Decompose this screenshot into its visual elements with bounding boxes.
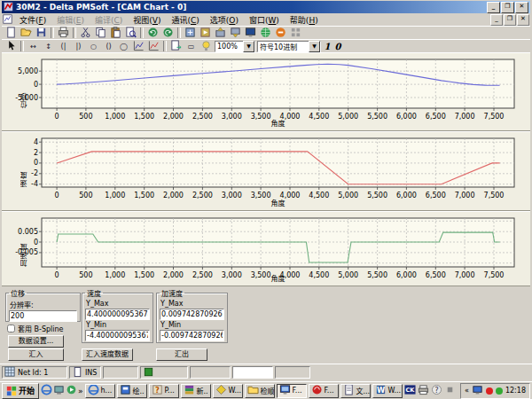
pageout-icon: [170, 40, 182, 53]
save-button[interactable]: [34, 27, 49, 39]
doc-icon: [343, 384, 355, 397]
status-panel-6: [232, 366, 273, 379]
find-icon: [125, 27, 137, 40]
bspline-checkbox[interactable]: [7, 325, 15, 332]
select-pointer-button[interactable]: [4, 40, 19, 52]
desktop-quicklaunch-icon[interactable]: [53, 384, 65, 397]
app-red-icon: [311, 384, 323, 397]
stretch-horizontal-button[interactable]: ↔: [26, 40, 41, 52]
svg-text:W: W: [376, 386, 384, 395]
quick-launch-bar: »: [41, 384, 83, 397]
task-button-6[interactable]: 检顺: [245, 384, 275, 398]
app-blue-icon: [120, 384, 131, 397]
import-velocity-button[interactable]: 汇入速度数据: [82, 348, 133, 361]
zoom-select[interactable]: 100%▼: [215, 41, 255, 52]
measure-button[interactable]: ▭: [184, 40, 199, 52]
tiny-tray-icon[interactable]: [444, 384, 456, 397]
task-button-label: 绘..: [133, 386, 145, 395]
menu-item-5[interactable]: 通讯(C): [166, 13, 204, 27]
printer-tray-icon[interactable]: [418, 384, 429, 397]
data-settings-button[interactable]: 数据设置...: [8, 335, 64, 348]
number-format-select[interactable]: 符号10进制▼: [257, 41, 321, 52]
task-button-1[interactable]: h...: [85, 384, 115, 398]
task-button-label: 新..: [197, 386, 208, 395]
help-tray-icon[interactable]: ?: [431, 384, 442, 397]
mdi-close-button[interactable]: ✕: [517, 14, 529, 26]
menu-item-4[interactable]: 视图(V): [128, 13, 166, 27]
cut-button[interactable]: [78, 27, 93, 39]
print-icon: [58, 27, 69, 40]
acceleration-ymax-input[interactable]: [160, 309, 224, 320]
stretch-vertical-button-glyph: ↕: [45, 43, 51, 51]
task-button-10[interactable]: WW...: [372, 384, 403, 398]
menu-item-8[interactable]: 帮助(H): [285, 13, 324, 27]
velocity-ymax-input[interactable]: [85, 309, 150, 320]
task-button-7[interactable]: F...: [277, 384, 307, 398]
minimize-button[interactable]: _: [487, 2, 500, 13]
task-button-3[interactable]: ?P...: [149, 384, 179, 398]
flash-button[interactable]: [199, 40, 214, 52]
menu-item-6[interactable]: 选项(O): [205, 13, 244, 27]
menu-item-7[interactable]: 窗口(W): [244, 13, 285, 27]
task-button-9[interactable]: 文...: [340, 384, 371, 398]
chevron-down-icon[interactable]: ▼: [243, 41, 254, 52]
toolbar-separator: [20, 41, 24, 51]
task-button-8[interactable]: F...: [309, 384, 339, 398]
stretch-vertical-button[interactable]: ↕: [41, 40, 56, 52]
task-button-2[interactable]: 绘..: [117, 384, 147, 398]
menu-item-2: 编辑(E): [51, 13, 90, 27]
open-button[interactable]: [19, 27, 34, 39]
bspline-row: 套用 B-Spline: [7, 324, 64, 333]
online-button[interactable]: [258, 27, 273, 39]
monitor-button[interactable]: [243, 27, 258, 39]
copy-button[interactable]: [93, 27, 108, 39]
close-button[interactable]: ✕: [515, 2, 528, 13]
ck-tray-icon[interactable]: CK: [404, 384, 416, 397]
restore-button[interactable]: ❐: [501, 2, 514, 13]
start-button[interactable]: 开始: [2, 383, 39, 399]
simulate-button[interactable]: [198, 27, 213, 39]
ellipse-tool-button[interactable]: ◯: [116, 40, 131, 52]
acceleration-ymin-input[interactable]: [160, 330, 224, 341]
compile-button[interactable]: [183, 27, 198, 39]
export-view-button[interactable]: [168, 40, 184, 52]
paren-pair-button[interactable]: (): [101, 40, 116, 52]
number-view-button-0[interactable]: 0: [332, 41, 343, 52]
resolution-input[interactable]: [9, 310, 77, 322]
task-button-5[interactable]: W...: [213, 384, 243, 398]
mdi-restore-button[interactable]: ❐: [504, 14, 516, 26]
menu-item-1[interactable]: 文件(F): [14, 13, 51, 27]
undo-button[interactable]: [145, 27, 160, 39]
grid-button[interactable]: [288, 27, 303, 39]
svg-text:0: 0: [34, 159, 38, 167]
paste-button[interactable]: [108, 27, 123, 39]
upload-button[interactable]: [213, 27, 228, 39]
chart-blue-button[interactable]: [131, 40, 146, 52]
number-view-button-1[interactable]: 1: [322, 41, 332, 52]
chevron-down-icon[interactable]: ▼: [309, 41, 320, 52]
chevron-more-icon[interactable]: »: [78, 387, 83, 395]
print-button[interactable]: [56, 27, 71, 39]
import-displacement-button[interactable]: 汇入: [8, 348, 64, 361]
segment-open-button[interactable]: (|: [56, 40, 71, 52]
acceleration-y-axis-label: 加速度: [20, 219, 29, 267]
new-button[interactable]: [4, 27, 19, 39]
status-panel-5: [190, 366, 231, 379]
segment-close-button[interactable]: |): [71, 40, 86, 52]
find-button[interactable]: [123, 27, 138, 39]
chart-red-button[interactable]: [146, 40, 161, 52]
velocity-ymin-input[interactable]: [85, 330, 150, 341]
ie-quicklaunch-icon[interactable]: [41, 384, 52, 397]
tray-collapse-icon[interactable]: «: [465, 387, 469, 395]
media-quicklaunch-icon[interactable]: [66, 384, 77, 397]
monitor-icon: [245, 27, 256, 40]
display-tray-icon: [472, 384, 483, 397]
task-button-4[interactable]: 新..: [181, 384, 211, 398]
stop-button[interactable]: [273, 27, 288, 39]
status-panel-3: [103, 366, 138, 379]
export-button[interactable]: 汇出: [156, 348, 207, 361]
circle-tool-button[interactable]: ○: [86, 40, 101, 52]
redo-button[interactable]: [160, 27, 176, 39]
download-button[interactable]: [228, 27, 243, 39]
mdi-minimize-button[interactable]: _: [490, 14, 503, 26]
